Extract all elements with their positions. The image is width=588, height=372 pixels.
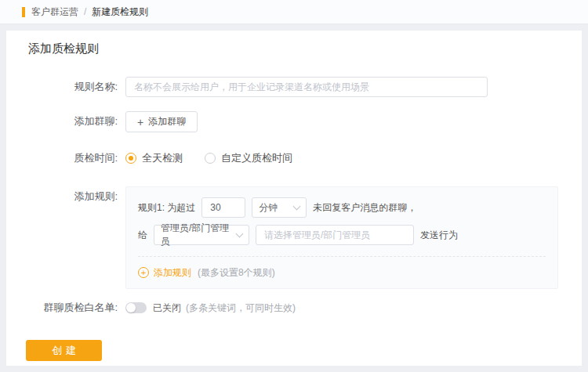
radio-dot <box>129 156 133 161</box>
receiver-input[interactable] <box>256 225 414 245</box>
add-rule-line: + 添加规则 (最多设置8个规则) <box>138 257 546 288</box>
unit-select[interactable]: 分钟 <box>252 197 307 218</box>
rule-name-label: 规则名称: <box>28 77 125 97</box>
content-card: 添加质检规则 规则名称: 添加群聊: + 添加群聊 质检时间: 全天检测 <box>6 31 582 366</box>
breadcrumb-separator: / <box>84 6 86 17</box>
create-button[interactable]: 创建 <box>26 340 102 361</box>
add-rules-row: 添加规则: 规则1: 为超过 分钟 未回复客户消息的群聊， 给 管理员/部门管理… <box>28 186 582 289</box>
radio-custom-time-label: 自定义质检时间 <box>221 151 292 165</box>
whitelist-state: 已关闭 <box>153 302 181 315</box>
breadcrumb-root-link[interactable]: 客户群运营 <box>31 5 78 19</box>
rule-to-label: 给 <box>138 229 147 242</box>
radio-all-day-label: 全天检测 <box>142 151 183 165</box>
circle-plus-icon: + <box>138 267 149 278</box>
page-title: 添加质检规则 <box>28 42 582 56</box>
qc-time-row: 质检时间: 全天检测 自定义质检时间 <box>28 148 582 168</box>
whitelist-toggle[interactable] <box>125 302 147 313</box>
radio-unselected-icon <box>205 153 216 164</box>
add-group-button-label: 添加群聊 <box>148 115 186 128</box>
whitelist-label: 群聊质检白名单: <box>28 300 125 316</box>
add-rule-hint: (最多设置8个规则) <box>198 266 275 280</box>
rule-action-suffix: 发送行为 <box>420 229 458 242</box>
whitelist-toggle-row: 已关闭 (多条关键词，可同时生效) <box>125 300 296 316</box>
threshold-input[interactable] <box>201 197 245 218</box>
qc-time-label: 质检时间: <box>28 148 125 168</box>
add-rule-link[interactable]: 添加规则 <box>154 266 191 280</box>
rule-prefix: 规则1: 为超过 <box>138 201 195 215</box>
whitelist-row: 群聊质检白名单: 已关闭 (多条关键词，可同时生效) <box>28 300 582 316</box>
rule-box: 规则1: 为超过 分钟 未回复客户消息的群聊， 给 管理员/部门管理员 <box>125 186 558 289</box>
radio-all-day[interactable]: 全天检测 <box>125 151 183 165</box>
receiver-type-select[interactable]: 管理员/部门管理员 <box>154 225 249 245</box>
radio-selected-icon <box>125 153 136 164</box>
unit-select-value: 分钟 <box>259 201 278 215</box>
add-group-row: 添加群聊: + 添加群聊 <box>28 111 582 132</box>
rule-name-row: 规则名称: <box>28 77 582 97</box>
radio-custom-time[interactable]: 自定义质检时间 <box>205 151 292 165</box>
toggle-knob <box>126 303 136 312</box>
plus-icon: + <box>137 117 143 128</box>
qc-time-radio-group: 全天检测 自定义质检时间 <box>125 148 292 168</box>
whitelist-hint: (多条关键词，可同时生效) <box>186 302 296 315</box>
add-group-button[interactable]: + 添加群聊 <box>125 111 198 132</box>
accent-tick-icon <box>22 7 25 17</box>
rule-suffix: 未回复客户消息的群聊， <box>313 201 416 215</box>
rule-name-input[interactable] <box>125 77 488 97</box>
rule-condition-line: 规则1: 为超过 分钟 未回复客户消息的群聊， <box>138 197 546 218</box>
receiver-type-value: 管理员/部门管理员 <box>161 222 237 248</box>
chevron-down-icon <box>293 202 301 210</box>
rule-action-line: 给 管理员/部门管理员 发送行为 <box>138 225 546 245</box>
breadcrumb-current: 新建质检规则 <box>92 5 148 19</box>
add-rules-label: 添加规则: <box>28 186 125 207</box>
rule-form: 规则名称: 添加群聊: + 添加群聊 质检时间: 全天检测 <box>28 77 582 361</box>
breadcrumb-bar: 客户群运营 / 新建质检规则 <box>0 0 588 24</box>
add-group-label: 添加群聊: <box>28 111 125 132</box>
